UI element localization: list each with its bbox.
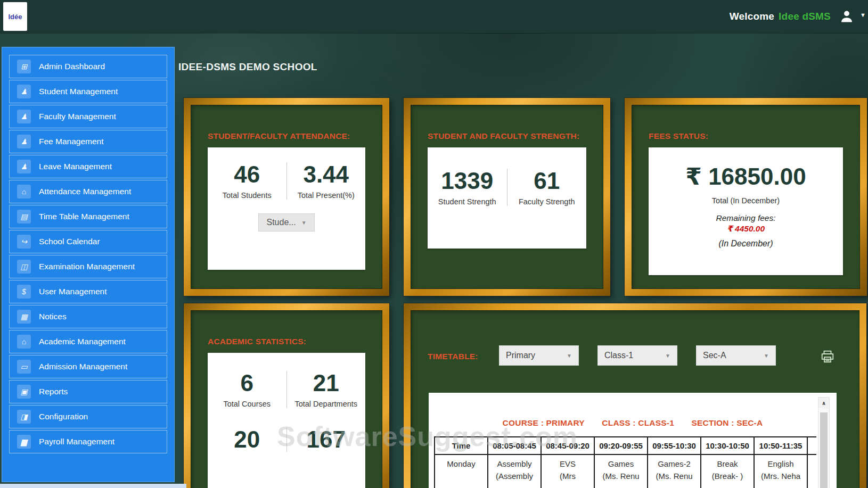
stat-value: 167 (290, 427, 363, 452)
home-icon: ⌂ (17, 335, 31, 349)
timetable-header-cell: 08:05-08:45 (488, 437, 541, 454)
sidebar-item[interactable]: ▤ Time Table Management (9, 205, 167, 228)
scrollbar-thumb[interactable] (820, 412, 828, 488)
stat-label: Total Students (211, 191, 283, 200)
timetable-panel: COURSE : PRIMARY CLASS : CLASS-1 SECTION… (429, 393, 837, 488)
sidebar-item[interactable]: ♟ Leave Management (9, 155, 167, 178)
timetable-header-cell: 08:45-09:20 (541, 437, 594, 454)
sidebar-item-label: Admission Management (39, 362, 127, 371)
app-logo: Idée (3, 2, 27, 31)
stat-item: 61 Faculty Strength (507, 169, 587, 206)
sidebar-item[interactable]: ▭ Admission Management (9, 355, 167, 378)
money-icon: ▭ (17, 360, 31, 374)
bar-chart-icon: ▆ (17, 435, 31, 449)
chevron-down-icon (665, 353, 670, 359)
timetable-scrollbar[interactable] (818, 397, 830, 488)
dashboard-app: Idée Welcome Idee dSMS ⊞ Admin Dashboard (0, 0, 868, 488)
course-select[interactable]: Primary (499, 345, 579, 366)
fees-total-label: Total (In December) (649, 196, 843, 205)
sidebar-item-label: School Calendar (39, 237, 100, 246)
home-icon: ⌂ (17, 185, 31, 198)
sidebar-item-label: Time Table Management (39, 212, 129, 221)
cell-subject: English (767, 459, 793, 468)
timetable-header-row: Time08:05-08:4508:45-09:2009:20-09:5509:… (435, 437, 816, 454)
sidebar-item[interactable]: $ User Management (9, 280, 167, 303)
scroll-up-icon[interactable] (818, 398, 829, 408)
sidebar-item-label: Configuration (39, 412, 88, 421)
sidebar-item-label: Student Management (39, 87, 118, 96)
sidebar-item-label: Examination Management (39, 262, 135, 271)
dollar-icon: $ (17, 285, 31, 299)
stat-value: 61 (511, 169, 584, 193)
user-icon[interactable] (839, 9, 854, 24)
timetable-cell (807, 454, 816, 488)
stat-item: 1339 Student Strength (428, 169, 507, 206)
select-value: Class-1 (604, 351, 633, 360)
cell-teacher: (Ms. Renu (596, 472, 646, 481)
select-value: Primary (506, 351, 535, 360)
academic-card-title: ACADEMIC STATISTICS: (208, 337, 365, 346)
academic-stats-row1: 6 Total Courses 21 Total Departments (208, 371, 365, 408)
sidebar-item[interactable]: ◫ Examination Management (9, 255, 167, 278)
cell-subject: Break (717, 459, 738, 468)
sidebar-item[interactable]: ◨ Configuration (9, 405, 167, 428)
sidebar-item-label: Payroll Management (39, 437, 114, 446)
chevron-down-icon[interactable] (860, 12, 866, 18)
class-select[interactable]: Class-1 (597, 345, 677, 366)
stat-label: Total Present(%) (290, 191, 363, 200)
grid-icon: ▦ (17, 310, 31, 324)
stat-item: 3.44 Total Present(%) (286, 162, 366, 200)
caption-part: CLASS : CLASS-1 (602, 418, 674, 427)
fees-remaining-label: Remaining fees: (649, 213, 843, 223)
fees-remaining-value: ₹ 4450.00 (649, 224, 843, 234)
sidebar-item[interactable]: ⌂ Attendance Management (9, 180, 167, 203)
print-icon[interactable] (821, 349, 834, 364)
users-icon: ♟ (17, 135, 31, 148)
cell-teacher: (Ms. Renu (649, 472, 699, 481)
sidebar-item[interactable]: ♟ Student Management (9, 80, 167, 103)
timetable-cell: Monday (435, 454, 488, 488)
caption-part: COURSE : PRIMARY (503, 418, 585, 427)
fees-total: ₹ 16850.00 (649, 164, 843, 189)
timetable-header-cell: 10:50-11:35 (754, 437, 807, 454)
sidebar-item-label: Admin Dashboard (39, 62, 105, 71)
timetable-header-cell: 09:55-10:30 (648, 437, 701, 454)
sidebar-item[interactable]: ▦ Notices (9, 305, 167, 328)
stat-value: 20 (211, 427, 283, 452)
chevron-down-icon (567, 353, 572, 359)
stat-item: 20 (208, 427, 286, 452)
sidebar-item-label: Fee Management (39, 137, 104, 146)
timetable-header-cell: 11:3 (807, 437, 816, 454)
cell-subject: Monday (447, 459, 475, 468)
sidebar-item[interactable]: ♟ Fee Management (9, 130, 167, 153)
logo-text: Idée (8, 13, 22, 21)
sidebar-item[interactable]: ♟ Faculty Management (9, 105, 167, 128)
timetable-header-cell: 09:20-09:55 (594, 437, 648, 454)
top-header: Idée Welcome Idee dSMS (0, 0, 868, 33)
sidebar-item[interactable]: ▣ Reports (9, 380, 167, 403)
file-icon: ▤ (17, 210, 31, 224)
stat-item: 167 (286, 427, 366, 452)
bus-icon: ▣ (17, 385, 31, 399)
timetable-cell: Break (Break- ) (701, 454, 754, 488)
book-icon: ◫ (17, 260, 31, 274)
dropdown-value: Stude... (266, 218, 296, 227)
stat-item: 46 Total Students (208, 162, 286, 200)
timetable-body: Monday Assembly (Assembly (435, 454, 816, 488)
timetable-card: TIMETABLE: Primary Class-1 Sec-A (404, 303, 866, 488)
sidebar-item-label: Attendance Management (39, 187, 131, 196)
timetable-cell: Games-2 (Ms. Renu (648, 454, 701, 488)
sidebar-item[interactable]: ↪ School Calendar (9, 230, 167, 253)
sidebar-item-label: Notices (39, 312, 67, 321)
section-select[interactable]: Sec-A (696, 345, 776, 366)
attendance-card-title: STUDENT/FACULTY ATTENDANCE: (208, 131, 365, 141)
timetable-cell: Games (Ms. Renu (594, 454, 648, 488)
cell-subject: EVS (560, 459, 576, 468)
cell-teacher: (Break- ) (702, 472, 752, 481)
attendance-filter-dropdown[interactable]: Stude... (258, 213, 314, 231)
sidebar-item[interactable]: ▆ Payroll Management (9, 430, 167, 453)
stat-value: 1339 (431, 169, 504, 193)
sidebar-item[interactable]: ⊞ Admin Dashboard (9, 55, 167, 78)
sidebar-item[interactable]: ⌂ Academic Management (9, 330, 167, 353)
sidebar-item-label: User Management (39, 287, 107, 296)
